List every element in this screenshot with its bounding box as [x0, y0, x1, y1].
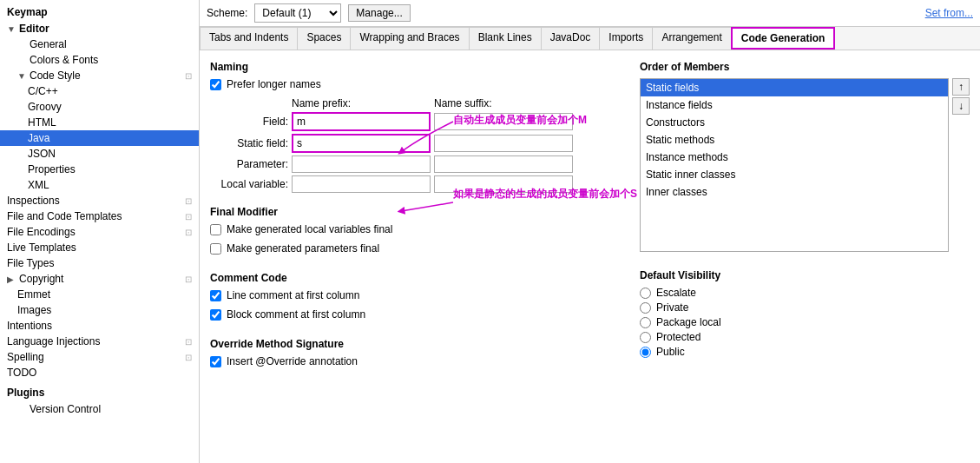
member-constructors[interactable]: Constructors [641, 114, 948, 131]
member-instance-methods[interactable]: Instance methods [641, 149, 948, 166]
members-with-controls: Static fields Instance fields Constructo… [640, 78, 970, 252]
comment-code-title: Comment Code [210, 272, 626, 284]
file-code-copy-icon: ⊡ [185, 212, 192, 222]
sidebar-item-c-cpp[interactable]: C/C++ [0, 83, 199, 99]
make-local-final-row: Make generated local variables final [210, 223, 626, 235]
scheme-select[interactable]: Default (1) [254, 3, 341, 23]
local-variable-suffix-input[interactable] [434, 175, 573, 193]
spelling-copy-icon: ⊡ [185, 353, 192, 362]
sidebar-plugins[interactable]: Plugins [0, 384, 199, 401]
top-bar: Scheme: Default (1) Manage... Set from..… [200, 0, 980, 27]
naming-section: Naming Prefer longer names Name prefix: … [210, 61, 626, 195]
static-field-suffix-input[interactable] [434, 135, 573, 152]
protected-radio[interactable] [640, 332, 651, 343]
sidebar-item-intentions[interactable]: Intentions [0, 318, 199, 334]
make-params-final-row: Make generated parameters final [210, 242, 626, 255]
sidebar-version-control[interactable]: Version Control [0, 401, 199, 417]
parameter-row: Parameter: [210, 155, 626, 173]
tab-arrangement[interactable]: Arrangement [652, 27, 731, 50]
private-row: Private [640, 301, 970, 314]
content-area: Scheme: Default (1) Manage... Set from..… [200, 0, 980, 463]
tab-code-generation[interactable]: Code Generation [731, 27, 836, 50]
app-window: Keymap Editor General Colors & Fonts Cod… [0, 0, 980, 463]
sidebar-item-html[interactable]: HTML [0, 115, 199, 130]
line-comment-checkbox[interactable] [210, 290, 221, 301]
sidebar-item-file-types[interactable]: File Types [0, 255, 199, 271]
member-inner-classes[interactable]: Inner classes [641, 183, 948, 201]
parameter-label: Parameter: [210, 158, 288, 170]
default-visibility-section: Default Visibility Escalate Private Pack… [640, 269, 970, 360]
parameter-prefix-input[interactable] [292, 155, 431, 173]
code-style-arrow [17, 71, 26, 81]
make-local-final-label: Make generated local variables final [227, 223, 392, 235]
set-from-link[interactable]: Set from... [925, 7, 973, 19]
local-variable-prefix-input[interactable] [292, 175, 431, 193]
private-label: Private [656, 301, 688, 314]
final-modifier-title: Final Modifier [210, 206, 626, 218]
scheme-label: Scheme: [207, 7, 247, 19]
package-local-row: Package local [640, 316, 970, 328]
sidebar-item-json[interactable]: JSON [0, 146, 199, 162]
left-panel: Naming Prefer longer names Name prefix: … [210, 61, 626, 453]
sidebar-item-todo[interactable]: TODO [0, 365, 199, 380]
sidebar-item-groovy[interactable]: Groovy [0, 99, 199, 115]
static-field-row: Static field: [210, 134, 626, 153]
make-params-final-checkbox[interactable] [210, 243, 221, 255]
member-static-fields[interactable]: Static fields [641, 79, 948, 96]
parameter-suffix-input[interactable] [434, 155, 573, 173]
prefer-longer-names-checkbox[interactable] [210, 79, 221, 90]
sidebar-item-language-injections[interactable]: Language Injections ⊡ [0, 334, 199, 349]
sidebar-item-file-code-templates[interactable]: File and Code Templates ⊡ [0, 208, 199, 224]
member-instance-fields[interactable]: Instance fields [641, 96, 948, 114]
private-radio[interactable] [640, 302, 651, 314]
block-comment-checkbox[interactable] [210, 309, 221, 321]
sidebar-item-copyright[interactable]: Copyright ⊡ [0, 271, 199, 287]
tab-blank-lines[interactable]: Blank Lines [469, 27, 542, 50]
field-prefix-input[interactable] [292, 112, 431, 131]
tab-tabs-indents[interactable]: Tabs and Indents [200, 27, 298, 50]
escalate-radio[interactable] [640, 288, 651, 299]
tabs-bar: Tabs and Indents Spaces Wrapping and Bra… [200, 27, 980, 50]
sidebar-item-java[interactable]: Java [0, 130, 199, 146]
package-local-radio[interactable] [640, 317, 651, 328]
move-up-button[interactable]: ↑ [952, 78, 970, 96]
member-static-inner-classes[interactable]: Static inner classes [641, 166, 948, 183]
move-down-button[interactable]: ↓ [952, 97, 970, 115]
field-label: Field: [210, 116, 288, 128]
default-visibility-title: Default Visibility [640, 269, 970, 281]
field-suffix-input[interactable] [434, 113, 573, 130]
insert-override-checkbox[interactable] [210, 356, 221, 367]
static-field-prefix-input[interactable] [292, 134, 431, 153]
public-radio[interactable] [640, 347, 651, 358]
content-body: Naming Prefer longer names Name prefix: … [200, 50, 980, 463]
block-comment-label: Block comment at first column [227, 308, 365, 321]
package-local-label: Package local [656, 316, 721, 328]
sidebar-item-colors-fonts[interactable]: Colors & Fonts [0, 52, 199, 68]
sidebar-keymap[interactable]: Keymap [0, 3, 199, 21]
sidebar-item-live-templates[interactable]: Live Templates [0, 240, 199, 255]
tab-imports[interactable]: Imports [599, 27, 653, 50]
sidebar-editor[interactable]: Editor [0, 21, 199, 36]
order-members-title: Order of Members [640, 61, 970, 73]
sidebar-item-xml[interactable]: XML [0, 177, 199, 193]
naming-title: Naming [210, 61, 626, 73]
inspections-copy-icon: ⊡ [185, 196, 192, 206]
file-enc-copy-icon: ⊡ [185, 228, 192, 237]
tab-wrapping-braces[interactable]: Wrapping and Braces [350, 27, 469, 50]
public-label: Public [656, 346, 685, 358]
sidebar-item-images[interactable]: Images [0, 302, 199, 318]
local-variable-row: Local variable: [210, 175, 626, 193]
tab-spaces[interactable]: Spaces [297, 27, 351, 50]
member-static-methods[interactable]: Static methods [641, 131, 948, 149]
sidebar-item-general[interactable]: General [0, 36, 199, 52]
sidebar-item-code-style[interactable]: Code Style ⊡ [0, 68, 199, 83]
manage-button[interactable]: Manage... [348, 4, 410, 22]
sidebar-item-emmet[interactable]: Emmet [0, 287, 199, 302]
make-local-final-checkbox[interactable] [210, 224, 221, 235]
make-params-final-label: Make generated parameters final [227, 242, 379, 255]
sidebar-item-spelling[interactable]: Spelling ⊡ [0, 349, 199, 365]
sidebar-item-properties[interactable]: Properties [0, 162, 199, 177]
sidebar-item-file-encodings[interactable]: File Encodings ⊡ [0, 224, 199, 240]
tab-javadoc[interactable]: JavaDoc [541, 27, 601, 50]
sidebar-item-inspections[interactable]: Inspections ⊡ [0, 193, 199, 208]
